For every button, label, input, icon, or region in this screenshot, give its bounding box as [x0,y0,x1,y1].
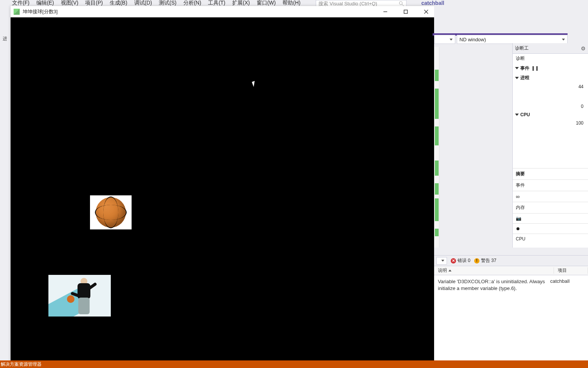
error-list-panel: ✕ 错误 0 ! 警告 37 说明 项目 Variable 'D3DXCOLOR… [434,255,588,368]
warning-icon: ! [474,258,479,264]
col-project-label: 项目 [558,267,567,274]
chevron-down-icon [562,39,565,41]
error-list-filterbar: ✕ 错误 0 ! 警告 37 [434,256,588,266]
menu-debug[interactable]: 调试(D) [134,0,152,6]
solution-name: catchball [421,0,444,6]
editor-vertical-scrollbar[interactable] [434,47,439,248]
diagnostics-process-row[interactable]: 进程 [513,73,588,83]
code-navigation-bar: ND window) [434,6,588,40]
status-bar-text: 解决方案资源管理器 [1,361,42,368]
chevron-down-icon [441,260,444,262]
game-title: 坤坤接球[分数3] [23,8,57,15]
basketball-sprite [90,195,132,229]
menu-window[interactable]: 窗口(W) [257,0,276,6]
diagnostics-events-row[interactable]: 事件 ❚❚ [513,63,588,73]
menu-build[interactable]: 生成(B) [110,0,127,6]
right-panels: ND window) 诊断工 ⚙ 诊断 事件 ❚❚ 进程 44 [434,6,588,368]
gear-icon[interactable]: ⚙ [581,45,586,51]
col-description-label: 说明 [438,267,447,274]
menu-test[interactable]: 测试(S) [159,0,177,6]
error-icon: ✕ [451,258,456,264]
process-label: 进程 [520,75,529,81]
diag-tab-summary[interactable]: 摘要 [513,168,588,179]
diagnostics-title: 诊断工 [515,45,529,51]
errors-filter[interactable]: ✕ 错误 0 [451,257,470,264]
player-sprite [48,275,111,317]
diagnostics-session-label: 诊断 [513,54,588,63]
chevron-down-icon [450,39,453,41]
diag-tab-record[interactable]: ⏺ [513,223,588,234]
events-label: 事件 [520,65,529,72]
maximize-button[interactable] [401,8,411,16]
svg-point-0 [399,2,402,5]
svg-rect-3 [404,10,408,13]
game-app-icon [14,9,20,15]
camera-icon: 📷 [516,216,521,221]
col-project[interactable]: 项目 [554,267,588,274]
diag-tab-memory[interactable]: 内存 [513,202,588,213]
expand-icon [515,67,519,69]
warnings-filter[interactable]: ! 警告 37 [474,257,496,264]
errors-count: 错误 0 [458,257,470,264]
record-icon: ⏺ [516,226,520,231]
error-project: catchball [550,278,584,292]
diagnostics-header[interactable]: 诊断工 ⚙ [513,43,588,54]
diag-tab-cpu[interactable]: CPU [513,234,588,244]
pause-icon[interactable]: ❚❚ [532,65,538,72]
diag-tab-capture[interactable]: 📷 [513,213,588,223]
left-dock: 进 [0,6,11,368]
cpu-label: CPU [520,112,530,117]
diag-tab-snapshot[interactable]: ∞ [513,191,588,202]
diagnostics-panel: 诊断工 ⚙ 诊断 事件 ❚❚ 进程 44 0 CPU 100 摘要 事件 ∞ 内… [512,43,588,248]
status-bar: 解决方案资源管理器 [0,360,588,368]
diagnostics-session-text: 诊断 [516,55,525,62]
menu-view[interactable]: 视图(V) [61,0,79,6]
expand-icon [515,114,519,116]
process-value: 44 [579,84,585,89]
game-client-area[interactable] [11,17,434,362]
error-message: Variable 'D3DXCOLOR::a' is uninitialized… [438,278,546,292]
error-list-columns: 说明 项目 [434,266,588,275]
scope-dropdown[interactable]: ND window) [457,35,568,44]
menu-analyze[interactable]: 分析(N) [183,0,201,6]
expand-icon [515,77,519,79]
menu-tools[interactable]: 工具(T) [208,0,225,6]
game-window: 坤坤接球[分数3] [11,6,434,362]
scope-text: ND window) [459,37,486,42]
warnings-count: 警告 37 [481,257,496,264]
menu-file[interactable]: 文件(F) [12,0,29,6]
minimize-button[interactable] [380,8,390,16]
sort-asc-icon [448,270,451,271]
diagnostics-cpu-row[interactable]: CPU [513,111,588,119]
process-zero: 0 [581,104,585,109]
menu-edit[interactable]: 编辑(E) [36,0,54,6]
menu-bar: 文件(F) 编辑(E) 视图(V) 项目(P) 生成(B) 调试(D) 测试(S… [0,0,588,6]
mouse-cursor-icon [252,80,258,87]
menu-help[interactable]: 帮助(H) [282,0,300,6]
diag-tab-events[interactable]: 事件 [513,179,588,191]
menu-extensions[interactable]: 扩展(X) [232,0,250,6]
error-list-row[interactable]: Variable 'D3DXCOLOR::a' is uninitialized… [434,275,588,295]
menu-project[interactable]: 项目(P) [85,0,103,6]
close-button[interactable] [421,8,431,16]
cpu-value: 100 [576,120,585,126]
col-description[interactable]: 说明 [434,267,554,274]
infinity-icon: ∞ [516,193,520,200]
game-titlebar[interactable]: 坤坤接球[分数3] [11,6,434,17]
error-source-dropdown[interactable] [436,257,447,265]
scope-dropdown-left[interactable] [434,35,455,44]
